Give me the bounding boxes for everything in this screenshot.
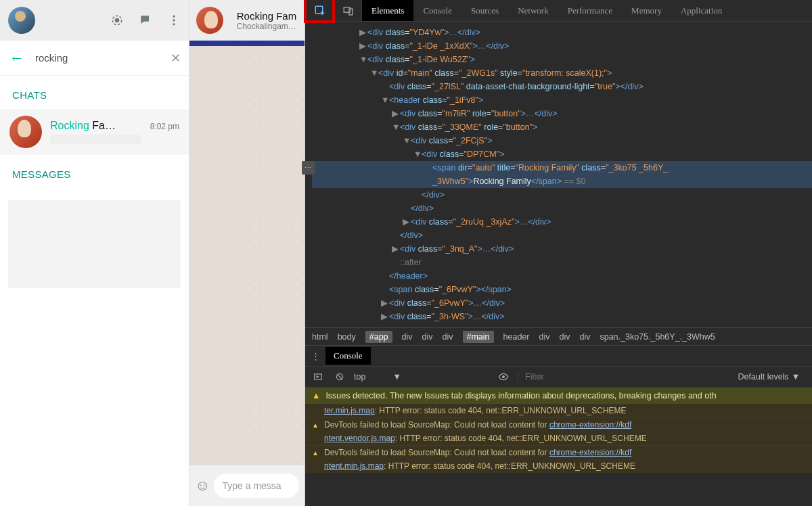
- whatsapp-chat-pane: Rocking Fam Chockalingam, B ☺ Type a mes…: [189, 0, 305, 506]
- svg-point-3: [173, 19, 175, 21]
- svg-point-4: [173, 23, 175, 25]
- bc-body[interactable]: body: [338, 332, 356, 342]
- bc-div[interactable]: div: [559, 332, 570, 342]
- bc-div[interactable]: div: [422, 332, 433, 342]
- console-log-line[interactable]: DevTools failed to load SourceMap: Could…: [305, 417, 812, 432]
- tab-network[interactable]: Network: [508, 0, 558, 21]
- clear-console-icon[interactable]: [332, 369, 347, 384]
- wa-header: [0, 0, 189, 41]
- status-icon[interactable]: [110, 14, 124, 27]
- bc-div[interactable]: div: [579, 332, 590, 342]
- emoji-icon[interactable]: ☺: [195, 477, 210, 495]
- bc-div[interactable]: div: [443, 332, 453, 342]
- message-results-placeholder: [8, 200, 181, 288]
- chat-avatar: [9, 116, 42, 148]
- bc-main[interactable]: #main: [463, 331, 494, 343]
- avatar[interactable]: [8, 7, 35, 34]
- dom-tree[interactable]: ▶<div class="YD4Yw">…</div> ▶<div class=…: [305, 22, 812, 327]
- tab-performance[interactable]: Performance: [558, 0, 622, 21]
- tab-memory[interactable]: Memory: [622, 0, 671, 21]
- chat-header[interactable]: Rocking Fam Chockalingam, B: [189, 0, 304, 41]
- wa-header-icons: [110, 14, 181, 27]
- whatsapp-sidebar: ← ✕ CHATS Rocking Fa… 8:02 pm MESSAGES: [0, 0, 189, 506]
- menu-icon[interactable]: [167, 14, 181, 27]
- chat-time: 8:02 pm: [150, 122, 179, 131]
- dom-selected-node[interactable]: ⋯ <span dir="auto" title="Rocking Family…: [312, 161, 812, 188]
- console-sidebar-toggle-icon[interactable]: [311, 369, 325, 384]
- dom-breadcrumb[interactable]: html body #app div div div #main header …: [305, 327, 812, 345]
- chat-subtitle: Chockalingam, B: [237, 22, 298, 31]
- chat-footer: ☺ Type a messa: [189, 465, 304, 506]
- chat-body[interactable]: [189, 41, 304, 465]
- drawer-tab-console[interactable]: Console: [325, 347, 371, 365]
- console-log-line[interactable]: ntent.vendor.js.map: HTTP error: status …: [305, 432, 812, 445]
- chat-title: Rocking Fam: [237, 10, 298, 22]
- wa-search-bar: ← ✕: [0, 41, 189, 76]
- console-drawer: ⋮ Console top▼ Default levels▼ ▲ Issues …: [305, 345, 812, 473]
- devtools-tabs: Elements Console Sources Network Perform…: [362, 0, 731, 21]
- tab-application[interactable]: Application: [671, 0, 731, 21]
- chat-name: Rocking Fa…: [50, 120, 116, 132]
- chat-top-banner: [189, 41, 304, 46]
- clear-search-icon[interactable]: ✕: [171, 51, 181, 66]
- drawer-menu-icon[interactable]: ⋮: [305, 351, 325, 361]
- tab-sources[interactable]: Sources: [461, 0, 508, 21]
- bc-div[interactable]: div: [539, 332, 549, 342]
- tab-console[interactable]: Console: [413, 0, 461, 21]
- console-log-line[interactable]: ntent.min.js.map: HTTP error: status cod…: [305, 459, 812, 473]
- warning-icon: ▲: [312, 391, 320, 400]
- chat-list-item[interactable]: Rocking Fa… 8:02 pm: [0, 109, 189, 155]
- console-drawer-header: ⋮ Console: [305, 346, 812, 366]
- bc-span[interactable]: span._3ko75._5h6Y_._3Whw5: [600, 332, 715, 342]
- chat-header-avatar: [196, 7, 223, 34]
- search-input[interactable]: [35, 52, 164, 64]
- bc-app[interactable]: #app: [365, 331, 392, 343]
- console-filter: [518, 372, 731, 382]
- section-chats-label: CHATS: [0, 76, 189, 109]
- console-log-line[interactable]: ter.min.js.map: HTTP error: status code …: [305, 404, 812, 417]
- svg-point-10: [502, 375, 505, 378]
- bc-div[interactable]: div: [402, 332, 413, 342]
- devtools-body: ▶<div class="YD4Yw">…</div> ▶<div class=…: [305, 22, 812, 506]
- back-arrow-icon[interactable]: ←: [9, 49, 24, 67]
- dom-line-actions-icon[interactable]: ⋯: [305, 161, 315, 175]
- console-context-select[interactable]: top▼: [354, 372, 489, 382]
- message-input[interactable]: Type a messa: [214, 474, 299, 498]
- device-toggle-button[interactable]: [335, 0, 362, 21]
- section-messages-label: MESSAGES: [0, 155, 189, 188]
- inspect-element-button[interactable]: [305, 0, 335, 21]
- tab-elements[interactable]: Elements: [362, 0, 413, 21]
- bc-header[interactable]: header: [503, 332, 530, 342]
- new-chat-icon[interactable]: [139, 14, 152, 27]
- console-filter-input[interactable]: [525, 372, 731, 382]
- live-expression-icon[interactable]: [496, 369, 511, 384]
- devtools-toolbar: Elements Console Sources Network Perform…: [305, 0, 812, 22]
- chat-preview: [50, 135, 141, 144]
- devtools: Elements Console Sources Network Perform…: [305, 0, 812, 506]
- svg-point-1: [116, 19, 119, 22]
- console-toolbar: top▼ Default levels▼: [305, 366, 812, 388]
- issues-banner[interactable]: ▲ Issues detected. The new Issues tab di…: [305, 388, 812, 404]
- svg-point-2: [173, 16, 175, 18]
- bc-html[interactable]: html: [312, 332, 328, 342]
- console-levels-select[interactable]: Default levels▼: [738, 372, 800, 382]
- console-log-line[interactable]: DevTools failed to load SourceMap: Could…: [305, 445, 812, 459]
